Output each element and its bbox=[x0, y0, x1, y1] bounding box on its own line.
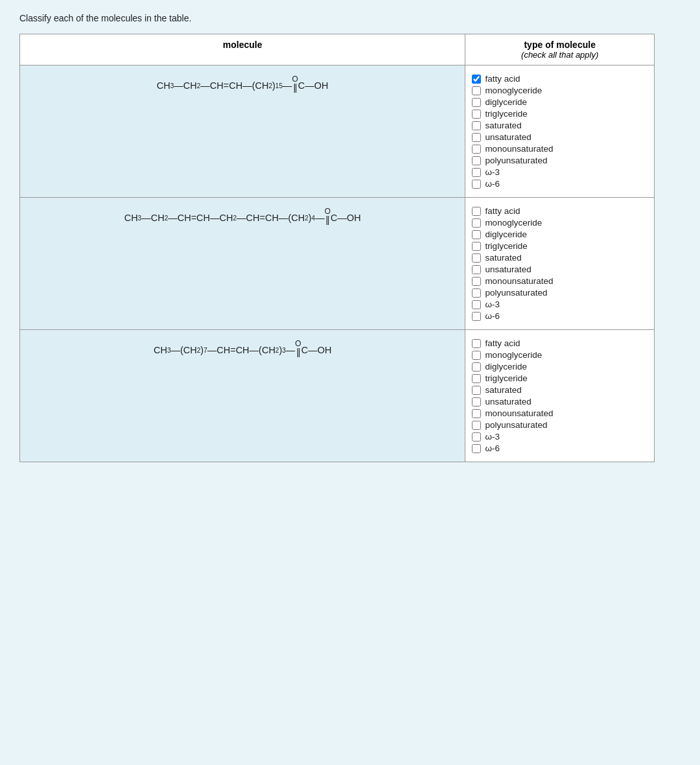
list-item: monoglyceride bbox=[472, 218, 648, 228]
list-item: saturated bbox=[472, 121, 648, 130]
list-item: monoglyceride bbox=[472, 86, 648, 95]
checkbox-unsaturated-2[interactable] bbox=[472, 265, 481, 274]
checkbox-unsaturated-1[interactable] bbox=[472, 133, 481, 142]
checkbox-saturated-2[interactable] bbox=[472, 253, 481, 263]
checkbox-monoglyceride-1[interactable] bbox=[472, 86, 481, 95]
list-item: fatty acid bbox=[472, 206, 648, 216]
checkbox-saturated-3[interactable] bbox=[472, 386, 481, 395]
molecule-cell-2: CH3—CH2—CH=CH—CH2—CH=CH—(CH2)4—O‖C—OH bbox=[20, 198, 465, 330]
list-item: unsaturated bbox=[472, 397, 648, 406]
list-item: diglyceride bbox=[472, 362, 648, 371]
checkbox-fatty-acid-3[interactable] bbox=[472, 339, 481, 348]
checkbox-list-2: fatty acid monoglyceride diglyceride tri… bbox=[472, 203, 648, 324]
carbonyl-group-1: O‖ bbox=[292, 75, 298, 92]
options-cell-1: fatty acid monoglyceride diglyceride tri… bbox=[465, 65, 655, 198]
list-item: ω-6 bbox=[472, 179, 648, 189]
checkbox-diglyceride-1[interactable] bbox=[472, 98, 481, 107]
checkbox-polyunsaturated-1[interactable] bbox=[472, 156, 481, 165]
checkbox-triglyceride-1[interactable] bbox=[472, 110, 481, 119]
list-item: ω-6 bbox=[472, 311, 648, 321]
checkbox-omega3-3[interactable] bbox=[472, 432, 481, 441]
list-item: diglyceride bbox=[472, 230, 648, 239]
list-item: monounsaturated bbox=[472, 144, 648, 154]
list-item: triglyceride bbox=[472, 241, 648, 251]
list-item: monoglyceride bbox=[472, 350, 648, 360]
list-item: ω-6 bbox=[472, 443, 648, 453]
formula-1: CH3—CH2—CH=CH—(CH2)15—O‖C—OH bbox=[33, 77, 452, 95]
carbonyl-group-3: O‖ bbox=[295, 339, 301, 357]
checkbox-monounsaturated-2[interactable] bbox=[472, 277, 481, 286]
checkbox-saturated-1[interactable] bbox=[472, 121, 481, 130]
checkbox-triglyceride-2[interactable] bbox=[472, 242, 481, 251]
checkbox-omega3-1[interactable] bbox=[472, 168, 481, 177]
checkbox-list-1: fatty acid monoglyceride diglyceride tri… bbox=[472, 71, 648, 192]
list-item: triglyceride bbox=[472, 109, 648, 119]
checkbox-triglyceride-3[interactable] bbox=[472, 374, 481, 383]
type-column-header: type of molecule (check all that apply) bbox=[465, 34, 655, 65]
table-row: CH3—(CH2)7—CH=CH—(CH2)3—O‖C—OH fatty aci… bbox=[20, 330, 655, 462]
checkbox-omega6-1[interactable] bbox=[472, 180, 481, 189]
options-cell-3: fatty acid monoglyceride diglyceride tri… bbox=[465, 330, 655, 462]
checkbox-unsaturated-3[interactable] bbox=[472, 397, 481, 406]
list-item: ω-3 bbox=[472, 432, 648, 441]
table-row: CH3—CH2—CH=CH—CH2—CH=CH—(CH2)4—O‖C—OH fa… bbox=[20, 198, 655, 330]
list-item: ω-3 bbox=[472, 167, 648, 177]
formula-3: CH3—(CH2)7—CH=CH—(CH2)3—O‖C—OH bbox=[33, 342, 452, 359]
checkbox-monounsaturated-1[interactable] bbox=[472, 145, 481, 154]
list-item: polyunsaturated bbox=[472, 156, 648, 165]
list-item: fatty acid bbox=[472, 338, 648, 348]
molecule-cell-1: CH3—CH2—CH=CH—(CH2)15—O‖C—OH bbox=[20, 65, 465, 198]
molecule-cell-3: CH3—(CH2)7—CH=CH—(CH2)3—O‖C—OH bbox=[20, 330, 465, 462]
list-item: saturated bbox=[472, 253, 648, 263]
table-row: CH3—CH2—CH=CH—(CH2)15—O‖C—OH fatty acid … bbox=[20, 65, 655, 198]
formula-line-2: CH3—CH2—CH=CH—CH2—CH=CH—(CH2)4—O‖C—OH bbox=[124, 209, 361, 227]
checkbox-list-3: fatty acid monoglyceride diglyceride tri… bbox=[472, 335, 648, 456]
checkbox-fatty-acid-2[interactable] bbox=[472, 207, 481, 216]
carbonyl-group-2: O‖ bbox=[325, 207, 331, 224]
checkbox-monoglyceride-3[interactable] bbox=[472, 351, 481, 360]
checkbox-monounsaturated-3[interactable] bbox=[472, 409, 481, 418]
instruction-text: Classify each of the molecules in the ta… bbox=[19, 13, 681, 23]
classification-table: molecule type of molecule (check all tha… bbox=[19, 34, 655, 462]
list-item: saturated bbox=[472, 385, 648, 395]
checkbox-monoglyceride-2[interactable] bbox=[472, 218, 481, 228]
checkbox-polyunsaturated-3[interactable] bbox=[472, 421, 481, 430]
list-item: ω-3 bbox=[472, 300, 648, 309]
checkbox-polyunsaturated-2[interactable] bbox=[472, 288, 481, 298]
molecule-column-header: molecule bbox=[20, 34, 465, 65]
formula-2: CH3—CH2—CH=CH—CH2—CH=CH—(CH2)4—O‖C—OH bbox=[33, 209, 452, 227]
checkbox-fatty-acid-1[interactable] bbox=[472, 75, 481, 84]
list-item: unsaturated bbox=[472, 132, 648, 142]
list-item: polyunsaturated bbox=[472, 288, 648, 298]
checkbox-diglyceride-3[interactable] bbox=[472, 362, 481, 371]
options-cell-2: fatty acid monoglyceride diglyceride tri… bbox=[465, 198, 655, 330]
list-item: monounsaturated bbox=[472, 408, 648, 418]
checkbox-omega3-2[interactable] bbox=[472, 300, 481, 309]
list-item: unsaturated bbox=[472, 265, 648, 274]
checkbox-diglyceride-2[interactable] bbox=[472, 230, 481, 239]
list-item: monounsaturated bbox=[472, 276, 648, 286]
formula-line-3: CH3—(CH2)7—CH=CH—(CH2)3—O‖C—OH bbox=[154, 342, 331, 359]
list-item: polyunsaturated bbox=[472, 420, 648, 430]
checkbox-omega6-2[interactable] bbox=[472, 312, 481, 321]
formula-line-1: CH3—CH2—CH=CH—(CH2)15—O‖C—OH bbox=[157, 77, 329, 95]
list-item: fatty acid bbox=[472, 74, 648, 84]
list-item: triglyceride bbox=[472, 373, 648, 383]
checkbox-omega6-3[interactable] bbox=[472, 444, 481, 453]
list-item: diglyceride bbox=[472, 97, 648, 107]
